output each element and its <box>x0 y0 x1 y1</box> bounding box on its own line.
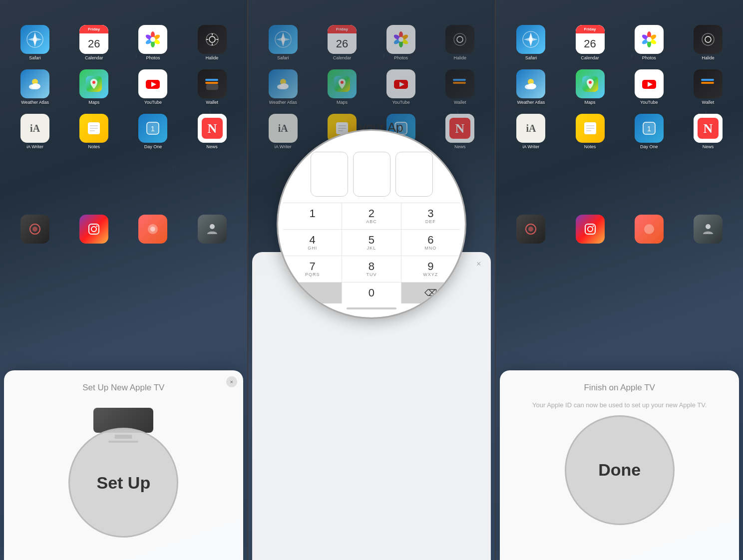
keypad-row-3: 7 PQRS 8 TUV 9 WXYZ <box>283 256 460 282</box>
halide-label: Halide <box>206 55 219 60</box>
app4-3-icon <box>138 215 167 244</box>
app4-1-icon <box>20 215 49 244</box>
r-halide-icon <box>694 25 723 54</box>
app4-4-icon <box>198 215 227 244</box>
list-item[interactable]: Notes <box>66 114 121 149</box>
key-2[interactable]: 2 ABC <box>342 203 401 229</box>
svg-rect-26 <box>206 84 218 90</box>
list-item: Halide <box>432 25 487 60</box>
svg-point-108 <box>592 226 594 227</box>
dayone-icon: 1 <box>138 114 167 143</box>
setup-button-label: Set Up <box>96 473 150 493</box>
list-item[interactable]: Wallet <box>185 69 240 105</box>
maps-label: Maps <box>88 100 99 105</box>
list-item <box>622 215 677 244</box>
photos-label: Photos <box>146 55 160 60</box>
list-item: Safari <box>256 25 311 60</box>
key-6[interactable]: 6 MNO <box>401 230 460 256</box>
svg-rect-93 <box>701 79 714 81</box>
svg-point-42 <box>150 227 155 232</box>
key-1[interactable]: 1 <box>283 203 342 229</box>
modal-close-button[interactable]: × <box>226 376 237 387</box>
r-notes-icon <box>576 114 605 143</box>
list-item: Friday 26 Calendar <box>563 25 618 60</box>
svg-point-39 <box>91 227 96 232</box>
m-news-icon: N <box>445 114 474 143</box>
list-item[interactable]: 1 Day One <box>125 114 180 149</box>
list-item[interactable]: Halide <box>185 25 240 60</box>
m-maps-icon <box>328 69 357 98</box>
key-3[interactable]: 3 DEF <box>401 203 460 229</box>
key-5[interactable]: 5 JKL <box>342 230 401 256</box>
list-item: N News <box>681 114 736 149</box>
keypad-row-2: 4 GHI 5 JKL 6 MNO <box>283 230 460 256</box>
list-item[interactable]: Weather Atlas <box>7 69 62 105</box>
list-item: Wallet <box>432 69 487 105</box>
list-item: YouTube <box>373 69 428 105</box>
maps-icon <box>79 69 108 98</box>
list-item[interactable] <box>185 215 240 245</box>
list-item[interactable]: Maps <box>66 69 121 105</box>
svg-point-85 <box>705 36 711 42</box>
list-item[interactable] <box>66 215 121 245</box>
svg-rect-63 <box>453 79 466 81</box>
svg-rect-94 <box>701 82 714 84</box>
list-item[interactable] <box>125 215 180 245</box>
home-bar-inner <box>347 307 396 309</box>
svg-point-84 <box>702 33 714 45</box>
m-wallet-icon <box>445 69 474 98</box>
svg-point-105 <box>528 227 533 232</box>
r-wallet-icon <box>694 69 723 98</box>
r-youtube-icon <box>635 69 664 98</box>
keypad-row-1: 1 2 ABC 3 DEF <box>283 203 460 230</box>
list-item[interactable]: Safari <box>7 25 62 60</box>
news-icon: N <box>198 114 227 143</box>
list-item: Halide <box>681 25 736 60</box>
left-app-grid: Safari Friday 26 Calendar <box>7 25 240 149</box>
list-item: Photos <box>622 25 677 60</box>
notes-icon <box>79 114 108 143</box>
list-item: N News <box>432 114 487 149</box>
m-photos-icon <box>386 25 415 54</box>
done-button[interactable]: Done <box>565 415 675 525</box>
finish-modal: Finish on Apple TV Your Apple ID can now… <box>500 370 739 560</box>
list-item: iA iA Writer <box>256 114 311 149</box>
weather-icon <box>20 69 49 98</box>
svg-marker-76 <box>524 37 538 41</box>
svg-point-88 <box>527 83 536 89</box>
list-item[interactable]: N News <box>185 114 240 149</box>
key-4[interactable]: 4 GHI <box>283 230 342 256</box>
left-panel: Safari Friday 26 Calendar <box>0 0 247 560</box>
youtube-icon <box>138 69 167 98</box>
dayone-label: Day One <box>144 144 162 149</box>
calendar-icon: Friday 26 <box>79 25 108 54</box>
setup-modal-title: Set Up New Apple TV <box>14 383 233 393</box>
r-app4-1 <box>516 215 545 244</box>
news-label: News <box>206 144 218 149</box>
list-item: iA iA Writer <box>503 114 558 149</box>
svg-point-10 <box>150 37 155 42</box>
list-item: Safari <box>503 25 558 60</box>
m-weather-icon <box>269 69 298 98</box>
list-item[interactable] <box>7 215 62 245</box>
list-item: Wallet <box>681 69 736 105</box>
svg-text:N: N <box>704 121 713 136</box>
passcode-dots-row <box>283 147 460 203</box>
setup-button[interactable]: Set Up <box>68 428 178 538</box>
list-item[interactable]: YouTube <box>125 69 180 105</box>
setup-modal: × Set Up New Apple TV Set Up <box>4 370 243 560</box>
key-0[interactable]: 0 <box>342 282 401 303</box>
list-item[interactable]: Photos <box>125 25 180 60</box>
r-ia-icon: iA <box>516 114 545 143</box>
svg-text:1: 1 <box>151 125 155 133</box>
svg-rect-24 <box>205 79 218 81</box>
done-button-label: Done <box>598 460 641 480</box>
list-item[interactable]: iA iA Writer <box>7 114 62 149</box>
weather-label: Weather Atlas <box>21 100 49 105</box>
r-instagram <box>576 215 605 244</box>
svg-point-37 <box>32 227 37 232</box>
right-app-grid: Safari Friday 26 Calendar Photos Halide <box>503 25 736 149</box>
list-item[interactable]: Friday 26 Calendar <box>66 25 121 60</box>
list-item <box>503 215 558 244</box>
key-8[interactable]: 8 TUV <box>342 256 401 282</box>
